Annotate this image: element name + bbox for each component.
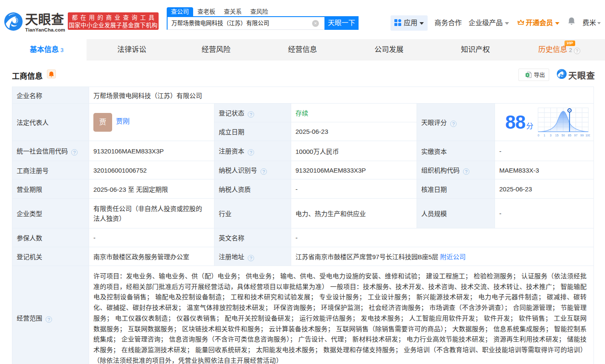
svg-text:3: 3 — [550, 134, 552, 137]
svg-text:85: 85 — [568, 134, 571, 137]
svg-text:15: 15 — [555, 134, 559, 137]
svg-text:97: 97 — [574, 134, 578, 137]
svg-text:1: 1 — [544, 134, 545, 137]
svg-text:99: 99 — [580, 134, 584, 137]
svg-text:100: 100 — [585, 134, 590, 137]
svg-text:50: 50 — [562, 134, 565, 137]
svg-text:0: 0 — [538, 134, 539, 137]
